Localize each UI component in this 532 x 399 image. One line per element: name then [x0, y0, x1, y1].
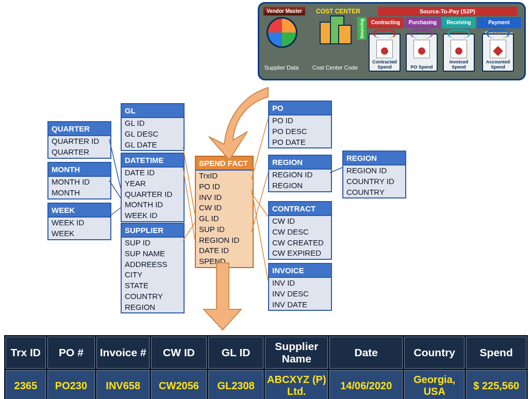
step-purchasing: Purchasing [405, 17, 441, 28]
col-gl: GL ID [208, 337, 263, 369]
col-date: Date [329, 337, 403, 369]
card-accounted-spend: Accounted Spend [482, 34, 514, 72]
entity-quarter: QUARTER QUARTER ID QUARTER [47, 121, 111, 159]
entity-contract: CONTRACT CW ID CW DESC CW CREATED CW EXP… [268, 201, 332, 260]
entity-month: MONTH MONTH ID MONTH [47, 162, 111, 200]
table-row: 2365 PO230 INV658 CW2056 GL2308 ABCXYZ (… [6, 370, 526, 399]
card-po-spend: PO Spend [406, 34, 438, 72]
entity-region2: REGION REGION ID COUNTRY ID COUNTRY [342, 151, 406, 198]
vendor-master-badge: Vendor Master [263, 7, 305, 15]
col-cw: CW ID [151, 337, 207, 369]
cost-center-title: COST CENTER [316, 8, 360, 15]
entity-week: WEEK WEEK ID WEEK [47, 203, 111, 240]
col-invoice: Invoice # [96, 337, 149, 369]
svg-line-9 [252, 190, 268, 281]
sourcing-step: Sourcing [357, 17, 367, 40]
process-banner: Vendor Master Supplier Data COST CENTER … [258, 2, 526, 80]
svg-line-6 [183, 223, 195, 241]
svg-line-7 [252, 119, 268, 179]
col-supplier: Supplier Name [265, 337, 328, 369]
entity-invoice: INVOICE INV ID INV DESC INV DATE [268, 263, 332, 311]
cost-center-icon [319, 16, 350, 44]
vendor-master-icon [267, 17, 297, 48]
entity-region: REGION REGION ID REGION [268, 155, 332, 192]
card-invoiced-spend: Invoiced Spend [443, 34, 475, 72]
s2p-banner: Source-To-Pay (S2P) [378, 7, 517, 16]
spend-grid: Trx ID PO # Invoice # CW ID GL ID Suppli… [4, 335, 528, 399]
svg-line-5 [183, 168, 195, 240]
col-po: PO # [47, 337, 95, 369]
entity-datetime: DATETIME DATE ID YEAR QUARTER ID MONTH I… [121, 153, 185, 222]
entity-po: PO PO ID PO DESC PO DATE [268, 101, 332, 148]
entity-spend-fact: SPEND FACT TrxID PO ID INV ID CW ID GL I… [195, 156, 254, 268]
col-country: Country [404, 337, 464, 369]
svg-line-4 [183, 147, 195, 214]
step-payment: Payment Processing [477, 17, 521, 28]
svg-line-8 [252, 193, 268, 217]
col-spend: Spend [466, 337, 526, 369]
entity-gl: GL GL ID GL DESC GL DATE [121, 103, 185, 151]
step-receiving: Receiving [442, 17, 476, 28]
col-trx-id: Trx ID [6, 337, 46, 369]
supplier-data-label: Supplier Data [263, 64, 300, 71]
entity-supplier: SUPPLIER SUP ID SUP NAME ADDREESS CITY S… [121, 223, 185, 313]
card-contracted-spend: Contracted Spend [369, 34, 401, 72]
cost-center-code-label: Cost Center Code [312, 64, 358, 71]
step-contracting: Contracting [368, 17, 404, 28]
svg-line-10 [252, 173, 268, 232]
